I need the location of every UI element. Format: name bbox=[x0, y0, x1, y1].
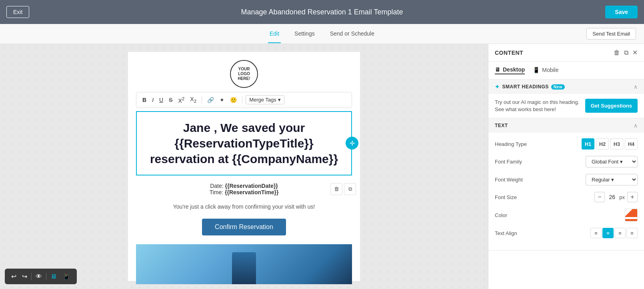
color-swatch[interactable] bbox=[625, 209, 638, 221]
smart-headings-header[interactable]: ✦ SMART HEADINGS New ∧ bbox=[488, 80, 644, 94]
close-panel-button[interactable]: ✕ bbox=[632, 49, 638, 56]
smart-headings-section: ✦ SMART HEADINGS New ∧ Try out our AI ma… bbox=[488, 80, 644, 118]
smart-heading-inner: Try out our AI magic on this heading. Se… bbox=[495, 99, 638, 113]
time-value: {{ReservationTime}} bbox=[225, 189, 278, 195]
heading-type-row: Heading Type H1 H2 H3 H4 bbox=[495, 138, 638, 149]
font-size-row: Font Size − 26 px + bbox=[495, 192, 638, 202]
align-buttons: ≡ ≡ ≡ ≡ bbox=[590, 228, 638, 238]
text-section-title: TEXT bbox=[495, 123, 508, 128]
color-label: Color bbox=[495, 212, 507, 218]
h1-button[interactable]: H1 bbox=[582, 138, 594, 149]
font-size-decrease-button[interactable]: − bbox=[594, 192, 605, 202]
text-section-content: Heading Type H1 H2 H3 H4 Font Family Glo… bbox=[488, 133, 644, 250]
heading-text: Jane , We saved your {{ReservationTypeTi… bbox=[145, 120, 343, 167]
preview-button[interactable]: 👁 bbox=[34, 272, 44, 281]
font-family-select[interactable]: Global Font ▾ bbox=[586, 156, 638, 167]
redo-button[interactable]: ↪ bbox=[20, 272, 29, 281]
italic-button[interactable]: I bbox=[150, 96, 156, 104]
font-weight-label: Font Weight bbox=[495, 177, 523, 183]
delete-panel-button[interactable]: 🗑 bbox=[614, 49, 620, 56]
text-collapse-arrow-icon: ∧ bbox=[634, 122, 638, 129]
text-align-label: Text Align bbox=[495, 230, 517, 236]
font-weight-select[interactable]: Regular ▾ bbox=[586, 174, 638, 185]
h4-button[interactable]: H4 bbox=[625, 138, 638, 149]
duplicate-block-button[interactable]: ⧉ bbox=[344, 183, 356, 195]
superscript-button[interactable]: X2 bbox=[176, 95, 186, 105]
datetime-block: Date: {{ReservationDate}} Time: {{Reserv… bbox=[136, 179, 352, 199]
heading-type-label: Heading Type bbox=[495, 141, 527, 147]
heading-type-buttons: H1 H2 H3 H4 bbox=[582, 138, 638, 149]
undo-button[interactable]: ↩ bbox=[10, 272, 18, 281]
color-swatch-container bbox=[625, 209, 638, 221]
tab-send-schedule[interactable]: Send or Schedule bbox=[328, 25, 376, 43]
logo-circle: YOURLOGOHERE! bbox=[230, 60, 258, 88]
font-size-label: Font Size bbox=[495, 194, 517, 200]
font-size-value: 26 bbox=[607, 194, 617, 200]
text-section: TEXT ∧ Heading Type H1 H2 H3 H4 bbox=[488, 118, 644, 251]
block-actions: 🗑 ⧉ bbox=[330, 183, 356, 195]
code-button[interactable]: ✦ bbox=[218, 96, 226, 104]
duplicate-panel-button[interactable]: ⧉ bbox=[624, 49, 628, 56]
mobile-icon: 📱 bbox=[533, 67, 540, 73]
desktop-label: Desktop bbox=[503, 66, 525, 73]
nav-bar: Edit Settings Send or Schedule Send Test… bbox=[0, 24, 644, 44]
text-section-header[interactable]: TEXT ∧ bbox=[488, 118, 644, 133]
drag-handle[interactable]: ✛ bbox=[346, 137, 358, 149]
cta-text: You're just a click away from confirming… bbox=[136, 199, 352, 214]
time-label: Time: bbox=[210, 189, 223, 195]
new-badge: New bbox=[551, 84, 565, 90]
merge-tags-button[interactable]: Merge Tags ▾ bbox=[246, 95, 284, 104]
align-center-button[interactable]: ≡ bbox=[602, 228, 614, 238]
magic-icon: ✦ bbox=[495, 84, 500, 90]
mobile-label: Mobile bbox=[542, 67, 558, 73]
time-line: Time: {{ReservationTime}} bbox=[140, 189, 348, 195]
save-button[interactable]: Save bbox=[605, 6, 638, 18]
send-test-button[interactable]: Send Test Email bbox=[586, 28, 636, 40]
date-line: Date: {{ReservationDate}} bbox=[140, 183, 348, 189]
font-weight-row: Font Weight Regular ▾ bbox=[495, 174, 638, 185]
desktop-icon: 🖥 bbox=[495, 66, 500, 73]
font-family-row: Font Family Global Font ▾ bbox=[495, 156, 638, 167]
panel-header-actions: 🗑 ⧉ ✕ bbox=[614, 49, 638, 56]
get-suggestions-button[interactable]: Get Suggestions bbox=[585, 99, 638, 113]
emoji-button[interactable]: 🙂 bbox=[228, 96, 239, 104]
nav-tabs: Edit Settings Send or Schedule bbox=[268, 25, 376, 43]
top-bar: Exit Manage Abandoned Reservation 1 Emai… bbox=[0, 0, 644, 24]
mobile-view-button[interactable]: 📱 bbox=[61, 272, 72, 281]
underline-button[interactable]: U bbox=[157, 96, 165, 104]
image-overlay bbox=[232, 252, 256, 284]
heading-block[interactable]: Jane , We saved your {{ReservationTypeTi… bbox=[136, 111, 352, 175]
strikethrough-button[interactable]: S bbox=[167, 96, 174, 104]
align-justify-button[interactable]: ≡ bbox=[626, 228, 638, 238]
collapse-arrow-icon: ∧ bbox=[634, 84, 638, 90]
tab-edit[interactable]: Edit bbox=[268, 25, 281, 43]
font-family-label: Font Family bbox=[495, 159, 522, 165]
subscript-button[interactable]: X2 bbox=[188, 95, 198, 105]
font-size-increase-button[interactable]: + bbox=[627, 192, 638, 202]
device-tab-mobile[interactable]: 📱 Mobile bbox=[533, 66, 558, 74]
image-block bbox=[136, 244, 352, 284]
toolbar-separator bbox=[202, 96, 202, 104]
h2-button[interactable]: H2 bbox=[596, 138, 609, 149]
date-value: {{ReservationDate}} bbox=[225, 183, 278, 189]
smart-headings-title-group: ✦ SMART HEADINGS New bbox=[495, 84, 565, 90]
desktop-view-button[interactable]: 🖥 bbox=[49, 272, 58, 281]
text-align-row: Text Align ≡ ≡ ≡ ≡ bbox=[495, 228, 638, 238]
bold-button[interactable]: B bbox=[140, 96, 148, 104]
device-tab-desktop[interactable]: 🖥 Desktop bbox=[495, 66, 525, 74]
font-size-unit: px bbox=[619, 194, 625, 200]
cta-button-wrapper: Confirm Reservation bbox=[128, 214, 360, 240]
align-left-button[interactable]: ≡ bbox=[590, 228, 602, 238]
font-size-control: − 26 px + bbox=[594, 192, 638, 202]
exit-button[interactable]: Exit bbox=[6, 6, 29, 18]
email-canvas: YOURLOGOHERE! B I U S X2 X2 🔗 ✦ 🙂 M bbox=[128, 52, 360, 281]
align-right-button[interactable]: ≡ bbox=[614, 228, 626, 238]
h3-button[interactable]: H3 bbox=[610, 138, 623, 149]
cta-button[interactable]: Confirm Reservation bbox=[202, 219, 286, 235]
delete-block-button[interactable]: 🗑 bbox=[330, 183, 342, 195]
toolbar-sep bbox=[31, 273, 32, 280]
canvas-area: YOURLOGOHERE! B I U S X2 X2 🔗 ✦ 🙂 M bbox=[0, 44, 488, 289]
link-button[interactable]: 🔗 bbox=[205, 96, 216, 104]
tab-settings[interactable]: Settings bbox=[293, 25, 316, 43]
toolbar-sep-2 bbox=[46, 273, 46, 280]
